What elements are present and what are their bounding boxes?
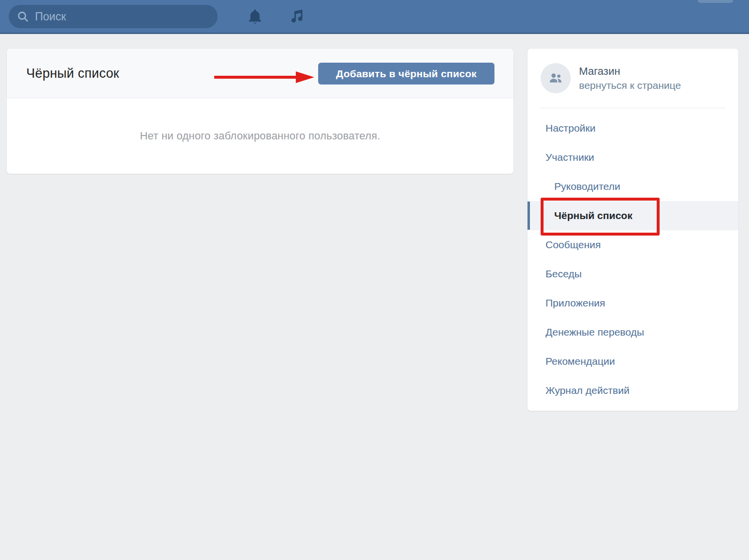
music-button[interactable]	[285, 6, 307, 28]
sidebar-item-settings[interactable]: Настройки	[528, 114, 738, 143]
community-name-link[interactable]: Магазин	[579, 65, 620, 78]
community-icon	[547, 70, 564, 86]
page-title: Чёрный список	[26, 66, 119, 81]
search-box[interactable]	[9, 5, 218, 28]
back-to-page-link[interactable]: вернуться к странице	[579, 80, 681, 91]
sidebar-item-messages[interactable]: Сообщения	[528, 230, 738, 259]
search-icon	[17, 10, 29, 23]
blacklist-card-body: Нет ни одного заблокированного пользоват…	[7, 98, 513, 173]
sidebar-menu: Настройки Участники Руководители Чёрный …	[528, 114, 738, 405]
music-icon	[287, 8, 306, 26]
sidebar-item-chats[interactable]: Беседы	[528, 259, 738, 288]
search-input[interactable]	[35, 10, 210, 23]
sidebar-item-recommendations[interactable]: Рекомендации	[528, 347, 738, 376]
profile-divider	[541, 108, 725, 108]
sidebar-item-members[interactable]: Участники	[528, 143, 738, 172]
sidebar-item-apps[interactable]: Приложения	[528, 288, 738, 318]
notifications-button[interactable]	[244, 6, 266, 28]
blacklist-card: Чёрный список Добавить в чёрный список Н…	[7, 49, 513, 174]
sidebar: Магазин вернуться к странице Настройки У…	[528, 49, 738, 411]
sidebar-item-action-log[interactable]: Журнал действий	[528, 376, 738, 405]
annotation-arrow-icon	[207, 68, 319, 86]
sidebar-item-blacklist[interactable]: Чёрный список	[528, 201, 738, 230]
empty-state-text: Нет ни одного заблокированного пользоват…	[140, 130, 380, 142]
sidebar-profile: Магазин вернуться к странице	[528, 49, 738, 108]
bell-icon	[246, 8, 264, 26]
profile-menu-fragment	[698, 0, 733, 3]
sidebar-item-managers[interactable]: Руководители	[528, 172, 738, 201]
community-avatar[interactable]	[541, 63, 571, 93]
blacklist-card-header: Чёрный список Добавить в чёрный список	[7, 49, 513, 98]
add-to-blacklist-button[interactable]: Добавить в чёрный список	[318, 63, 494, 85]
topbar	[0, 0, 749, 34]
sidebar-item-money-transfers[interactable]: Денежные переводы	[528, 318, 738, 347]
